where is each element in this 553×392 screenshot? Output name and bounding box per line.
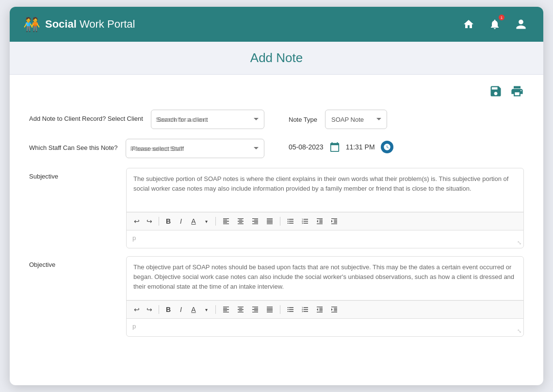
objective-bold-btn[interactable]: B <box>163 304 174 315</box>
staff-form-group: Which Staff Can See this Note? Please se… <box>29 139 264 158</box>
print-button[interactable] <box>510 84 524 98</box>
notification-badge: 1 <box>499 15 504 20</box>
subjective-section: Subjective The subjective portion of SOA… <box>29 168 524 248</box>
client-form-group: Add Note to Client Record? Select Client… <box>29 110 264 129</box>
subjective-align-left-btn[interactable] <box>220 215 232 227</box>
staff-label: Which Staff Can See this Note? <box>29 139 118 152</box>
objective-undo-btn[interactable]: ↩ <box>131 304 142 315</box>
logo-icon: 🧑‍🤝‍🧑 <box>23 16 40 33</box>
objective-content[interactable]: p ⤡ <box>127 319 523 336</box>
client-label: Add Note to Client Record? Select Client <box>29 110 143 123</box>
subjective-italic-btn[interactable]: I <box>176 215 186 227</box>
staff-select[interactable]: Please select Staff <box>126 139 264 158</box>
objective-outdent-btn[interactable] <box>313 304 326 315</box>
save-button[interactable] <box>489 84 503 98</box>
header-actions: 1 <box>460 16 530 33</box>
objective-underline-btn[interactable]: A <box>188 304 199 315</box>
home-button[interactable] <box>460 16 477 33</box>
osep3 <box>280 305 280 314</box>
objective-underline-arrow-btn[interactable]: ▾ <box>201 304 211 315</box>
subjective-align-right-btn[interactable] <box>249 215 261 227</box>
subjective-content[interactable]: p ⤡ <box>127 230 523 248</box>
subjective-align-center-btn[interactable] <box>234 215 247 227</box>
objective-label: Objective <box>29 256 126 337</box>
action-toolbar <box>29 84 524 98</box>
objective-redo-btn[interactable]: ↪ <box>144 304 155 315</box>
sep3 <box>280 217 280 226</box>
objective-italic-btn[interactable]: I <box>176 304 186 315</box>
subjective-bullet-btn[interactable] <box>284 215 297 227</box>
objective-justify-btn[interactable] <box>263 304 276 315</box>
subjective-underline-btn[interactable]: A <box>188 215 199 227</box>
save-icon <box>489 84 503 98</box>
time-value: 11:31 PM <box>346 143 375 151</box>
main-content: Add Note to Client Record? Select Client… <box>10 75 543 359</box>
subjective-content-text: p <box>132 234 136 242</box>
logo: 🧑‍🤝‍🧑 Social Work Portal <box>23 16 135 33</box>
subjective-toolbar: ↩ ↪ B I A ▾ <box>127 212 523 230</box>
osep1 <box>159 305 159 314</box>
datetime-form-group: 05-08-2023 11:31 PM <box>289 139 524 158</box>
home-icon <box>463 18 474 30</box>
subjective-ordered-btn[interactable] <box>299 215 311 227</box>
objective-editor: The objective part of SOAP notes should … <box>126 256 524 337</box>
objective-ordered-btn[interactable] <box>299 304 311 315</box>
sep2 <box>215 217 216 226</box>
osep2 <box>215 305 216 314</box>
logo-bold: Social <box>45 18 77 30</box>
objective-indent-btn[interactable] <box>328 304 341 315</box>
bell-icon <box>489 18 501 30</box>
note-type-form-group: Note Type SOAP Note Progress Note Assess… <box>289 110 524 129</box>
calendar-icon[interactable] <box>329 142 340 152</box>
subjective-outdent-btn[interactable] <box>313 215 326 227</box>
sep1 <box>159 217 159 226</box>
subjective-justify-btn[interactable] <box>263 215 276 227</box>
datetime-row: 05-08-2023 11:31 PM <box>289 139 393 153</box>
note-type-select[interactable]: SOAP Note Progress Note Assessment Note … <box>325 110 387 129</box>
subjective-indent-btn[interactable] <box>328 215 341 227</box>
objective-align-right-btn[interactable] <box>249 304 261 315</box>
objective-placeholder: The objective part of SOAP notes should … <box>127 257 523 300</box>
subjective-redo-btn[interactable]: ↪ <box>144 215 155 227</box>
date-value: 05-08-2023 <box>289 143 324 151</box>
clock-icon[interactable] <box>381 141 393 153</box>
user-icon <box>515 18 527 30</box>
print-icon <box>510 84 524 98</box>
subjective-placeholder: The subjective portion of SOAP notes is … <box>127 168 523 212</box>
logo-text: Social Work Portal <box>45 18 135 31</box>
page-title-bar: Add Note <box>10 42 543 75</box>
subjective-underline-arrow-btn[interactable]: ▾ <box>201 215 211 227</box>
objective-align-center-btn[interactable] <box>234 304 247 315</box>
notification-button[interactable]: 1 <box>486 16 504 33</box>
objective-resize-icon: ⤡ <box>517 328 521 334</box>
form-grid: Add Note to Client Record? Select Client… <box>29 110 524 158</box>
objective-content-text: p <box>132 323 136 330</box>
subjective-editor: The subjective portion of SOAP notes is … <box>126 168 524 248</box>
note-type-label: Note Type <box>289 116 317 123</box>
client-select[interactable]: Search for a client <box>151 110 264 129</box>
user-button[interactable] <box>512 16 530 33</box>
header: 🧑‍🤝‍🧑 Social Work Portal 1 <box>10 7 543 42</box>
objective-bullet-btn[interactable] <box>284 304 297 315</box>
subjective-resize-icon: ⤡ <box>517 240 521 246</box>
page-title: Add Note <box>10 50 543 65</box>
app-window: 🧑‍🤝‍🧑 Social Work Portal 1 <box>10 7 543 385</box>
objective-toolbar: ↩ ↪ B I A ▾ <box>127 300 523 319</box>
subjective-label: Subjective <box>29 168 126 248</box>
objective-align-left-btn[interactable] <box>220 304 232 315</box>
subjective-bold-btn[interactable]: B <box>163 215 174 227</box>
objective-section: Objective The objective part of SOAP not… <box>29 256 524 337</box>
subjective-undo-btn[interactable]: ↩ <box>131 215 142 227</box>
